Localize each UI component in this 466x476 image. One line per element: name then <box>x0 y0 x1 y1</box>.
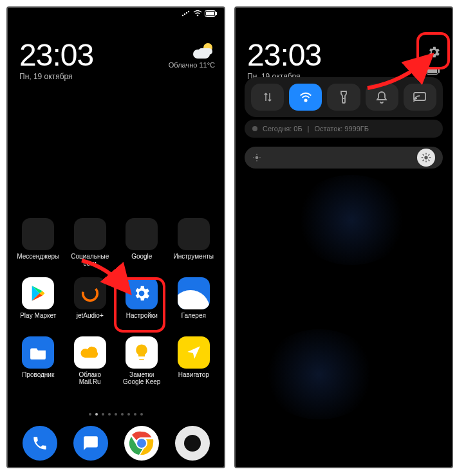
svg-point-0 <box>182 15 183 16</box>
brightness-thumb[interactable] <box>417 149 435 167</box>
app-label: Облако Mail.Ru <box>79 371 101 385</box>
dock <box>14 426 218 461</box>
svg-rect-13 <box>427 69 437 73</box>
app-label: Заметки Google Keep <box>123 371 160 385</box>
dnd-tile[interactable] <box>366 84 398 111</box>
mobile-data-tile[interactable] <box>251 84 284 111</box>
messages-app[interactable] <box>73 426 108 461</box>
settings-button[interactable] <box>425 43 443 61</box>
svg-point-4 <box>197 15 199 17</box>
weather-widget[interactable]: Облачно 11°C <box>169 43 215 69</box>
svg-point-18 <box>256 156 259 160</box>
app-label: Социальные сети <box>71 253 109 267</box>
app-label: Проводник <box>22 371 54 385</box>
app-label: Навигатор <box>178 371 209 385</box>
battery-icon <box>426 66 440 77</box>
svg-line-30 <box>423 160 424 161</box>
svg-point-2 <box>186 12 187 14</box>
svg-rect-14 <box>438 69 440 73</box>
status-bar <box>182 10 218 17</box>
app-label: Настройки <box>126 312 158 326</box>
app-label: jetAudio+ <box>77 312 104 326</box>
flashlight-tile[interactable] <box>327 84 360 111</box>
app-label: Google <box>131 253 152 267</box>
brightness-low-icon <box>252 153 261 162</box>
app-label: Мессенджеры <box>17 253 59 267</box>
clock-date: Пн, 19 октября <box>19 72 93 81</box>
page-indicator <box>8 413 224 416</box>
clock-time: 23:03 <box>19 40 93 71</box>
svg-point-3 <box>188 11 189 12</box>
clock-widget[interactable]: 23:03 Пн, 19 октября <box>19 40 93 81</box>
app-label: Play Маркет <box>20 312 56 326</box>
chrome-app[interactable] <box>124 426 159 461</box>
svg-line-29 <box>428 160 429 161</box>
brightness-high-icon <box>421 152 431 163</box>
quick-settings-tiles <box>245 77 443 117</box>
app-label: Галерея <box>182 312 206 326</box>
usage-dot-icon <box>252 126 257 131</box>
phone-quicksettings: 23:03 Пн, 19 октября Сегодня: 0Б | Остат… <box>234 6 453 468</box>
svg-line-31 <box>428 154 429 156</box>
jetaudio-app[interactable]: jetAudio+ <box>66 277 115 326</box>
svg-point-8 <box>83 286 98 301</box>
signal-icon <box>182 10 191 17</box>
gallery-app[interactable]: Галерея <box>170 277 218 326</box>
app-label: Инструменты <box>174 253 214 267</box>
messengers-folder[interactable]: Мессенджеры <box>14 218 62 267</box>
google-keep-app[interactable]: Заметки Google Keep <box>118 336 166 385</box>
weather-icon <box>193 43 215 59</box>
phone-app[interactable] <box>23 426 57 461</box>
svg-point-23 <box>424 156 427 159</box>
svg-point-1 <box>184 14 185 15</box>
app-grid: Мессенджеры Социальные сети Google Инстр… <box>14 218 218 385</box>
gear-icon <box>132 284 151 303</box>
usage-separator: | <box>308 125 310 133</box>
phone-homescreen: 23:03 Пн, 19 октября Облачно 11°C Мессен… <box>6 6 225 468</box>
play-market-app[interactable]: Play Маркет <box>14 277 62 326</box>
mailru-cloud-app[interactable]: Облако Mail.Ru <box>66 336 115 385</box>
svg-line-28 <box>423 154 424 156</box>
camera-app[interactable] <box>175 426 210 461</box>
settings-app[interactable]: Настройки <box>118 277 166 326</box>
clock-time: 23:03 <box>247 40 321 71</box>
navigator-app[interactable]: Навигатор <box>170 336 218 385</box>
cast-tile[interactable] <box>404 84 436 111</box>
usage-today: Сегодня: 0Б <box>263 125 303 133</box>
svg-rect-6 <box>206 12 214 15</box>
file-explorer-app[interactable]: Проводник <box>14 336 62 385</box>
gear-icon <box>427 45 441 59</box>
svg-rect-7 <box>216 12 217 15</box>
battery-icon <box>205 10 218 17</box>
clock-widget[interactable]: 23:03 Пн, 19 октября <box>247 40 321 81</box>
usage-remaining: Остаток: 9999ГБ <box>314 125 368 133</box>
tools-folder[interactable]: Инструменты <box>170 218 218 267</box>
wifi-icon <box>193 10 202 17</box>
social-folder[interactable]: Социальные сети <box>66 218 115 267</box>
google-folder[interactable]: Google <box>118 218 166 267</box>
data-usage-bar[interactable]: Сегодня: 0Б | Остаток: 9999ГБ <box>245 120 443 138</box>
wifi-tile[interactable] <box>289 84 322 111</box>
svg-point-15 <box>304 99 306 101</box>
weather-text: Облачно 11°C <box>169 61 215 69</box>
brightness-slider[interactable] <box>245 147 443 169</box>
